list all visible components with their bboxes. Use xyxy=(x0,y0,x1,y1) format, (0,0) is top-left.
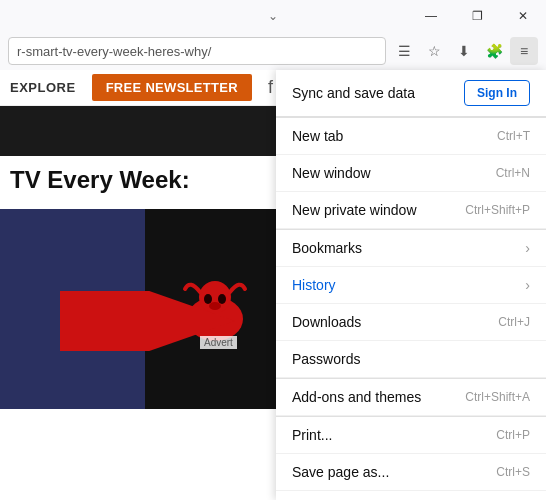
chevron-down-icon: ⌄ xyxy=(268,9,278,23)
menu-item-bookmarks[interactable]: Bookmarks › xyxy=(276,230,546,267)
sync-title: Sync and save data xyxy=(292,85,415,101)
menu-item[interactable]: New private window Ctrl+Shift+P xyxy=(276,192,546,229)
reader-view-icon[interactable]: ☰ xyxy=(390,37,418,65)
facebook-icon[interactable]: f xyxy=(268,77,273,98)
hero-title: TV Every Week: xyxy=(0,156,285,205)
window-controls: — ❐ ✕ xyxy=(408,0,546,32)
menu-item-addons[interactable]: Add-ons and themes Ctrl+Shift+A xyxy=(276,379,546,416)
arrow-indicator xyxy=(60,291,260,355)
explore-nav[interactable]: EXPLORE xyxy=(10,80,76,95)
menu-item-history[interactable]: History › xyxy=(276,267,546,304)
close-button[interactable]: ✕ xyxy=(500,0,546,32)
newsletter-nav[interactable]: FREE NEWSLETTER xyxy=(92,74,252,101)
title-bar: ⌄ — ❐ ✕ xyxy=(0,0,546,32)
minimize-button[interactable]: — xyxy=(408,0,454,32)
menu-item-save-page[interactable]: Save page as... Ctrl+S xyxy=(276,454,546,491)
pocket-icon[interactable]: ⬇ xyxy=(450,37,478,65)
menu-sync-header: Sync and save data Sign In xyxy=(276,70,546,117)
menu-item[interactable]: New window Ctrl+N xyxy=(276,155,546,192)
menu-item-downloads[interactable]: Downloads Ctrl+J xyxy=(276,304,546,341)
toolbar-icons: ☰ ☆ ⬇ 🧩 ≡ xyxy=(390,37,538,65)
red-arrow-icon xyxy=(60,291,260,351)
website-content: EXPLORE FREE NEWSLETTER f TV Every Week:… xyxy=(0,70,285,500)
extensions-icon[interactable]: 🧩 xyxy=(480,37,508,65)
address-bar-row: r-smart-tv-every-week-heres-why/ ☰ ☆ ⬇ 🧩… xyxy=(0,32,546,70)
site-nav: EXPLORE FREE NEWSLETTER f xyxy=(0,70,285,106)
menu-item-passwords[interactable]: Passwords xyxy=(276,341,546,378)
hero-dark-bar xyxy=(0,106,285,156)
menu-item[interactable]: New tab Ctrl+T xyxy=(276,118,546,155)
sign-in-button[interactable]: Sign In xyxy=(464,80,530,106)
menu-item-print[interactable]: Print... Ctrl+P xyxy=(276,417,546,454)
firefox-menu: Sync and save data Sign In New tab Ctrl+… xyxy=(276,70,546,500)
url-text: r-smart-tv-every-week-heres-why/ xyxy=(17,44,377,59)
address-bar[interactable]: r-smart-tv-every-week-heres-why/ xyxy=(8,37,386,65)
menu-icon[interactable]: ≡ xyxy=(510,37,538,65)
menu-item-find[interactable]: Find in page... Ctrl+F xyxy=(276,491,546,500)
maximize-button[interactable]: ❐ xyxy=(454,0,500,32)
bookmark-icon[interactable]: ☆ xyxy=(420,37,448,65)
browser-chrome: ⌄ — ❐ ✕ r-smart-tv-every-week-heres-why/… xyxy=(0,0,546,71)
